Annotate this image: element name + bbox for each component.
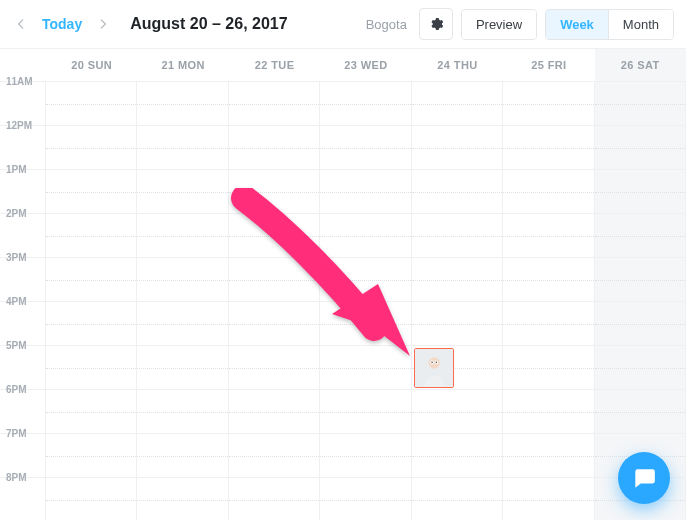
day-header[interactable]: 20 SUN <box>46 49 137 81</box>
time-slot[interactable] <box>595 126 685 170</box>
time-slot[interactable] <box>229 258 319 302</box>
day-header[interactable]: 21 MON <box>137 49 228 81</box>
time-slot[interactable] <box>46 390 136 434</box>
time-slot[interactable] <box>320 434 410 478</box>
today-button[interactable]: Today <box>38 16 86 32</box>
date-range: August 20 – 26, 2017 <box>130 15 287 33</box>
time-slot[interactable] <box>137 126 227 170</box>
day-column[interactable] <box>412 82 503 520</box>
time-slot[interactable] <box>503 82 593 126</box>
time-slot[interactable] <box>229 434 319 478</box>
time-slot[interactable] <box>46 302 136 346</box>
time-slot[interactable] <box>320 302 410 346</box>
time-slot[interactable] <box>137 82 227 126</box>
day-header[interactable]: 26 SAT <box>595 49 686 81</box>
prev-button[interactable] <box>8 11 34 37</box>
time-slot[interactable] <box>137 302 227 346</box>
time-slot[interactable] <box>137 434 227 478</box>
day-header[interactable]: 22 TUE <box>229 49 320 81</box>
time-slot[interactable] <box>595 346 685 390</box>
time-slot[interactable] <box>503 170 593 214</box>
time-slot[interactable] <box>595 302 685 346</box>
day-column[interactable] <box>46 82 137 520</box>
preview-button[interactable]: Preview <box>462 10 536 39</box>
day-header[interactable]: 25 FRI <box>503 49 594 81</box>
time-slot[interactable] <box>229 302 319 346</box>
hour-label: 8PM <box>6 472 27 483</box>
time-slot[interactable] <box>229 126 319 170</box>
day-column[interactable] <box>320 82 411 520</box>
time-slot[interactable] <box>137 346 227 390</box>
time-slot[interactable] <box>229 390 319 434</box>
time-slot[interactable] <box>137 258 227 302</box>
time-slot[interactable] <box>320 478 410 520</box>
time-slot[interactable] <box>137 390 227 434</box>
day-column[interactable] <box>503 82 594 520</box>
time-slot[interactable] <box>412 82 502 126</box>
view-week-button[interactable]: Week <box>546 10 608 39</box>
time-slot[interactable] <box>412 126 502 170</box>
time-slot[interactable] <box>46 82 136 126</box>
time-slot[interactable] <box>412 434 502 478</box>
settings-button[interactable] <box>419 8 453 40</box>
time-slot[interactable] <box>595 82 685 126</box>
time-slot[interactable] <box>412 170 502 214</box>
time-slot[interactable] <box>320 82 410 126</box>
chat-bubble-icon <box>631 465 657 491</box>
time-slot[interactable] <box>503 390 593 434</box>
svg-point-0 <box>428 357 439 368</box>
day-header-row: 20 SUN 21 MON 22 TUE 23 WED 24 THU 25 FR… <box>0 49 686 82</box>
time-slot[interactable] <box>320 258 410 302</box>
time-slot[interactable] <box>46 346 136 390</box>
time-slot[interactable] <box>46 434 136 478</box>
time-slot[interactable] <box>503 214 593 258</box>
time-slot[interactable] <box>320 346 410 390</box>
time-slot[interactable] <box>137 478 227 520</box>
day-column[interactable] <box>229 82 320 520</box>
time-slot[interactable] <box>320 214 410 258</box>
chat-fab[interactable] <box>618 452 670 504</box>
time-slot[interactable] <box>229 346 319 390</box>
time-slot[interactable] <box>595 258 685 302</box>
time-slot[interactable] <box>46 214 136 258</box>
time-slot[interactable] <box>412 214 502 258</box>
hour-label: 12PM <box>6 120 32 131</box>
gear-icon <box>428 16 444 32</box>
time-slot[interactable] <box>595 214 685 258</box>
time-slot[interactable] <box>503 302 593 346</box>
calendar-event[interactable] <box>414 348 454 388</box>
time-slot[interactable] <box>503 346 593 390</box>
time-slot[interactable] <box>412 390 502 434</box>
time-slot[interactable] <box>412 302 502 346</box>
time-slot[interactable] <box>503 434 593 478</box>
time-slot[interactable] <box>320 126 410 170</box>
time-slot[interactable] <box>595 390 685 434</box>
time-slot[interactable] <box>46 478 136 520</box>
time-slot[interactable] <box>320 390 410 434</box>
time-slot[interactable] <box>137 170 227 214</box>
time-gutter: 11AM12PM1PM2PM3PM4PM5PM6PM7PM8PM <box>0 82 46 520</box>
day-column[interactable] <box>137 82 228 520</box>
time-slot[interactable] <box>503 478 593 520</box>
time-slot[interactable] <box>503 258 593 302</box>
svg-point-4 <box>435 361 436 362</box>
next-button[interactable] <box>90 11 116 37</box>
time-slot[interactable] <box>595 170 685 214</box>
time-slot[interactable] <box>412 478 502 520</box>
time-slot[interactable] <box>137 214 227 258</box>
time-slot[interactable] <box>229 170 319 214</box>
day-header[interactable]: 24 THU <box>412 49 503 81</box>
time-slot[interactable] <box>229 214 319 258</box>
time-slot[interactable] <box>503 126 593 170</box>
timezone-label[interactable]: Bogota <box>366 17 407 32</box>
time-slot[interactable] <box>46 126 136 170</box>
time-grid[interactable]: 11AM12PM1PM2PM3PM4PM5PM6PM7PM8PM <box>0 82 686 520</box>
time-slot[interactable] <box>46 258 136 302</box>
time-slot[interactable] <box>229 82 319 126</box>
time-slot[interactable] <box>46 170 136 214</box>
time-slot[interactable] <box>320 170 410 214</box>
day-header[interactable]: 23 WED <box>320 49 411 81</box>
view-month-button[interactable]: Month <box>608 10 673 39</box>
time-slot[interactable] <box>412 258 502 302</box>
time-slot[interactable] <box>229 478 319 520</box>
